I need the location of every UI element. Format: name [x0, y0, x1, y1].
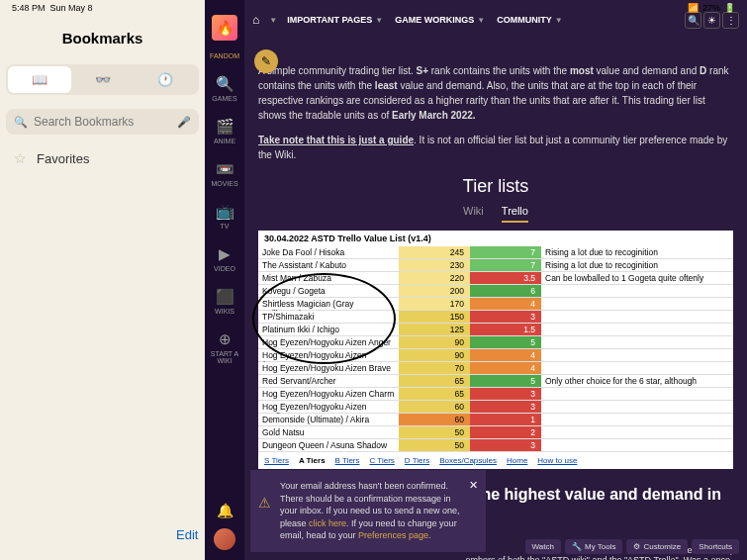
demand-cell: 1.5: [470, 324, 541, 335]
seg-clock-icon[interactable]: 🕐: [134, 66, 197, 93]
mytools-button[interactable]: 🔧 My Tools: [565, 539, 622, 554]
unit-cell: Shirtless Magician (Gray Fullbuster): [258, 298, 399, 310]
demand-cell: 4: [470, 298, 541, 310]
status-date: Sun May 8: [50, 3, 93, 13]
unit-cell: Mist Man / Zabuza: [258, 272, 399, 284]
rail-wikis[interactable]: ⬛WIKIS: [205, 284, 244, 319]
rail-tv[interactable]: 📺TV: [205, 199, 244, 233]
table-row: Dungeon Queen / Asuna Shadow503: [258, 439, 733, 452]
unit-cell: Platinum Ikki / Ichigo: [258, 324, 399, 335]
rail-anime[interactable]: 🎬ANIME: [205, 114, 244, 148]
rail-movies[interactable]: 📼MOVIES: [205, 156, 244, 191]
unit-cell: Hog Eyezen/Hogyoku Aizen Anger: [258, 336, 399, 348]
value-cell: 50: [399, 439, 470, 451]
email-notice: ⚠ ✕ Your email address hasn't been confi…: [250, 470, 486, 552]
sheet-link[interactable]: Boxes/Capsules: [439, 456, 497, 465]
value-cell: 230: [399, 259, 470, 271]
unit-cell: Red Servant/Archer: [258, 375, 399, 387]
tv-icon: 📺: [205, 203, 244, 221]
search-icon: 🔍: [14, 116, 28, 129]
note-cell: Rising a lot due to recoginition: [541, 246, 733, 258]
preferences-link[interactable]: Preferences page: [358, 530, 428, 540]
chevron-down-icon: ▼: [269, 16, 277, 25]
click-here-link[interactable]: click here: [309, 518, 346, 528]
tab-trello[interactable]: Trello: [502, 205, 528, 223]
sheet-link[interactable]: B Tiers: [335, 456, 360, 465]
value-cell: 60: [399, 401, 470, 413]
plus-icon: ⊕: [205, 330, 244, 348]
close-icon[interactable]: ✕: [469, 478, 478, 493]
note-cell: [541, 362, 733, 374]
customize-button[interactable]: ⚙ Customize: [626, 539, 688, 554]
unit-cell: TP/Shimazaki: [258, 311, 399, 323]
note-cell: [541, 388, 733, 400]
unit-cell: The Assistant / Kabuto: [258, 259, 399, 271]
anime-icon: 🎬: [205, 118, 244, 136]
rail-games[interactable]: 🔍GAMES: [205, 71, 244, 106]
seg-glasses-icon[interactable]: 👓: [71, 66, 135, 93]
edit-page-button[interactable]: ✎: [254, 49, 278, 73]
home-icon[interactable]: ⌂: [252, 13, 259, 27]
note-cell: [541, 426, 733, 438]
demand-cell: 4: [470, 362, 541, 374]
value-cell: 125: [399, 324, 470, 335]
unit-cell: Hog Eyezen/Hogyoku Aizen (NORMAL): [258, 349, 399, 361]
value-cell: 65: [399, 388, 470, 400]
movies-icon: 📼: [205, 160, 244, 178]
table-row: Mist Man / Zabuza2203.5Can be lowballed …: [258, 272, 733, 285]
note-cell: Only other choice for the 6 star, althou…: [541, 375, 733, 387]
sheet-link[interactable]: C Tiers: [370, 456, 395, 465]
edit-button[interactable]: Edit: [176, 527, 198, 542]
frag-b: embers of both the "ASTD wiki" and the "…: [258, 555, 733, 560]
search-input[interactable]: [6, 109, 199, 135]
bottom-toolbar: Watch 🔧 My Tools ⚙ Customize Shortcuts: [525, 539, 739, 554]
value-cell: 60: [399, 414, 470, 425]
seg-book-icon[interactable]: 📖: [8, 66, 71, 93]
note-cell: [541, 439, 733, 451]
nav-community[interactable]: COMMUNITY ▼: [497, 15, 562, 25]
sheet-title: 30.04.2022 ASTD Trello Value List (v1.4): [258, 231, 733, 246]
tab-wiki[interactable]: Wiki: [463, 205, 484, 223]
battery-icon: 🔋: [724, 3, 735, 13]
shortcuts-button[interactable]: Shortcuts: [692, 539, 739, 554]
tierlists-heading: Tier lists: [258, 176, 733, 197]
watch-button[interactable]: Watch: [525, 539, 561, 554]
unit-cell: Hog Eyezen/Hogyoku Aizen Intellect: [258, 401, 399, 413]
unit-cell: Joke Da Fool / Hisoka: [258, 246, 399, 258]
avatar[interactable]: [214, 528, 235, 550]
sheet-link[interactable]: A Tiers: [299, 456, 326, 465]
nav-important[interactable]: IMPORTANT PAGES ▼: [287, 15, 383, 25]
wifi-icon: 📶: [688, 3, 699, 13]
note-cell: [541, 298, 733, 310]
value-cell: 65: [399, 375, 470, 387]
demand-cell: 3: [470, 311, 541, 323]
nav-workings[interactable]: GAME WORKINGS ▼: [395, 15, 485, 25]
sheet-link[interactable]: S Tiers: [264, 456, 289, 465]
unit-cell: Kovegu / Gogeta: [258, 285, 399, 297]
note-cell: [541, 285, 733, 297]
games-icon: 🔍: [205, 75, 244, 93]
video-icon: ▶: [205, 245, 244, 263]
mic-icon[interactable]: 🎤: [177, 116, 191, 129]
table-row: TP/Shimazaki1503: [258, 311, 733, 324]
table-row: Shirtless Magician (Gray Fullbuster)1704: [258, 298, 733, 311]
sheet-links: S TiersA TiersB TiersC TiersD TiersBoxes…: [258, 452, 733, 469]
value-cell: 220: [399, 272, 470, 284]
bell-icon[interactable]: 🔔: [217, 503, 233, 518]
rail-start-wiki[interactable]: ⊕START A WIKI: [205, 327, 244, 368]
value-cell: 200: [399, 285, 470, 297]
bookmarks-segment[interactable]: 📖 👓 🕐: [6, 64, 199, 95]
sheet-link[interactable]: D Tiers: [405, 456, 429, 465]
demand-cell: 3.5: [470, 272, 541, 284]
fandom-logo[interactable]: 🔥: [212, 15, 237, 41]
note-cell: [541, 336, 733, 348]
sheet-link[interactable]: How to use: [537, 456, 577, 465]
demand-cell: 3: [470, 439, 541, 451]
unit-cell: Hog Eyezen/Hogyoku Aizen Charm: [258, 388, 399, 400]
sheet-link[interactable]: Home: [507, 456, 527, 465]
rail-video[interactable]: ▶VIDEO: [205, 241, 244, 276]
demand-cell: 5: [470, 336, 541, 348]
demand-cell: 6: [470, 285, 541, 297]
table-row: Platinum Ikki / Ichigo1251.5: [258, 324, 733, 336]
favorites-row[interactable]: ☆ Favorites: [0, 140, 205, 176]
